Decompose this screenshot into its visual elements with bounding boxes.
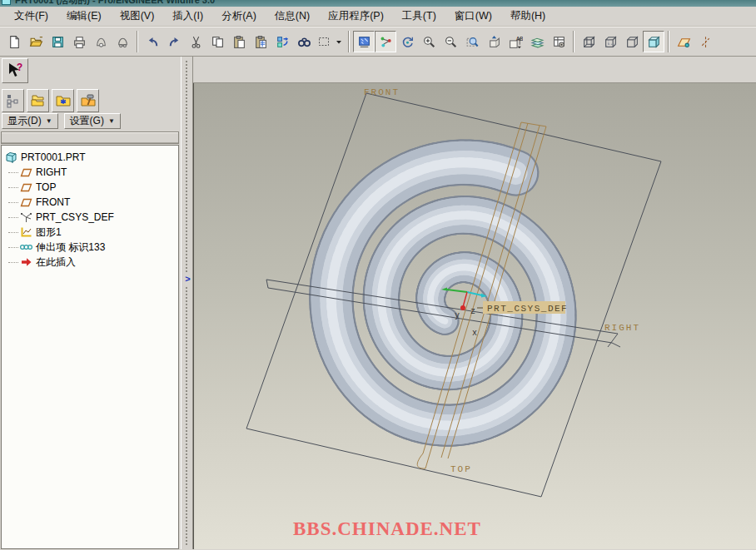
select-rect-button[interactable] — [315, 31, 345, 52]
context-help-button[interactable]: ? — [2, 58, 28, 83]
saved-views-button[interactable]: AB — [505, 31, 526, 52]
tab-folder-browser[interactable] — [27, 89, 49, 112]
favorites-folder-icon — [55, 93, 72, 108]
title-bar: PRT0001 (活动的) - Pro/ENGINEER Wildfire 3.… — [0, 0, 756, 7]
regenerate-button[interactable] — [271, 31, 293, 52]
tree-row-insert-here[interactable]: 在此插入 — [2, 255, 178, 270]
model-tree-icon — [6, 93, 21, 108]
tree-guide — [8, 217, 18, 218]
menu-info[interactable]: 信息(N) — [266, 7, 319, 26]
tree-guide — [8, 187, 18, 188]
new-icon — [7, 35, 22, 49]
saved-views-icon: AB — [509, 35, 523, 49]
menu-file[interactable]: 文件(F) — [5, 7, 57, 26]
regenerate-icon — [276, 35, 290, 49]
tree-row-front-plane[interactable]: FRONT — [2, 195, 178, 210]
paste-button[interactable] — [228, 31, 250, 52]
open-button[interactable] — [25, 31, 47, 52]
print-icon — [72, 35, 87, 49]
menu-analysis[interactable]: 分析(A) — [212, 7, 266, 26]
tree-row-protrusion[interactable]: 伸出项 标识133 — [2, 240, 178, 255]
menu-window[interactable]: 窗口(W) — [445, 7, 501, 26]
navigator-tabs — [0, 85, 181, 113]
tree-row-graph[interactable]: 图形1 — [2, 225, 178, 240]
show-dropdown[interactable]: 显示(D) ▼ — [2, 113, 58, 129]
datum-axis-icon — [699, 35, 713, 49]
wireframe-button[interactable] — [578, 31, 599, 52]
send-mail-button[interactable] — [112, 31, 133, 52]
datum-plane-toggle-button[interactable] — [673, 31, 694, 52]
right-plane-label: RIGHT — [604, 323, 640, 333]
zoom-out-button[interactable] — [440, 31, 461, 52]
menu-tools[interactable]: 工具(T) — [393, 7, 445, 26]
layers-button[interactable] — [526, 31, 548, 52]
save-button[interactable] — [47, 31, 68, 52]
no-hidden-button[interactable] — [621, 31, 643, 52]
reorient-button[interactable] — [483, 31, 505, 52]
cut-button[interactable] — [185, 31, 206, 52]
front-plane-label: FRONT — [364, 87, 400, 97]
shaded-button[interactable] — [643, 31, 664, 52]
datum-plane-icon — [20, 181, 32, 193]
menu-applications[interactable]: 应用程序(P) — [319, 7, 393, 26]
copy-button[interactable] — [206, 31, 228, 52]
main-toolbar: AB — [0, 27, 756, 57]
panel-sash[interactable]: > — [181, 57, 193, 549]
insert-here-icon — [20, 256, 32, 268]
menu-edit[interactable]: 编辑(E) — [57, 7, 111, 26]
app-icon — [2, 0, 11, 5]
tree-row-right-plane[interactable]: RIGHT — [2, 165, 178, 180]
axis-y-label: y — [455, 311, 460, 320]
paste-special-button[interactable] — [250, 31, 271, 52]
folder-stack-icon — [30, 93, 47, 108]
layers-icon — [530, 35, 545, 49]
tab-favorites[interactable] — [52, 89, 74, 112]
hidden-line-button[interactable] — [599, 31, 621, 52]
tree-guide — [8, 262, 18, 263]
undo-button[interactable] — [142, 31, 163, 52]
spin-center-button[interactable] — [375, 31, 396, 52]
repaint-button[interactable] — [353, 31, 375, 52]
helical-sweep-model — [331, 162, 556, 425]
datum-axis-toggle-button[interactable] — [694, 31, 716, 52]
datum-plane-icon — [20, 166, 32, 178]
print-setup-button[interactable] — [90, 31, 112, 52]
wireframe-icon — [582, 35, 596, 49]
view-manager-button[interactable] — [548, 31, 569, 52]
print-setup-icon — [94, 35, 108, 49]
collapse-chevron-icon[interactable]: > — [183, 274, 192, 285]
axis-x-label: x — [472, 329, 477, 338]
top-plane-label: TOP — [450, 464, 472, 474]
graphics-viewport[interactable]: FRONT RIGHT TOP y z x — [193, 83, 756, 549]
tree-row-part[interactable]: PRT0001.PRT — [2, 150, 178, 165]
refit-button[interactable] — [461, 31, 483, 52]
settings-dropdown[interactable]: 设置(G) ▼ — [64, 113, 121, 129]
menu-insert[interactable]: 插入(I) — [163, 7, 212, 26]
repaint-icon — [357, 35, 371, 49]
zoom-in-button[interactable] — [418, 31, 440, 52]
print-button[interactable] — [68, 31, 90, 52]
csys-label: PRT_CSYS_DEF — [487, 304, 568, 314]
main-area: ? 显示(D) ▼ 设置(G) ▼ — [0, 57, 756, 549]
3d-scene: FRONT RIGHT TOP y z x — [194, 83, 756, 548]
tab-model-tree[interactable] — [2, 89, 24, 112]
tab-connections[interactable] — [77, 89, 99, 112]
tree-item-label: 伸出项 标识133 — [36, 240, 105, 255]
help-cursor-icon: ? — [6, 62, 24, 80]
axis-z-label: z — [470, 307, 475, 316]
orient-mode-button[interactable] — [396, 31, 418, 52]
find-button[interactable] — [293, 31, 315, 52]
tree-row-top-plane[interactable]: TOP — [2, 180, 178, 195]
sash-grip[interactable] — [185, 60, 189, 546]
no-hidden-icon — [625, 35, 639, 49]
cut-icon — [189, 35, 203, 49]
new-button[interactable] — [3, 31, 25, 52]
csys-label-tag: PRT_CSYS_DEF — [477, 301, 568, 314]
menu-help[interactable]: 帮助(H) — [501, 7, 555, 26]
paste-special-icon — [254, 35, 268, 49]
orient-mode-icon — [400, 35, 415, 49]
redo-button[interactable] — [163, 31, 185, 52]
menu-view[interactable]: 视图(V) — [111, 7, 164, 26]
navigator-panel: ? 显示(D) ▼ 设置(G) ▼ — [0, 57, 181, 549]
tree-row-csys[interactable]: PRT_CSYS_DEF — [2, 210, 178, 225]
